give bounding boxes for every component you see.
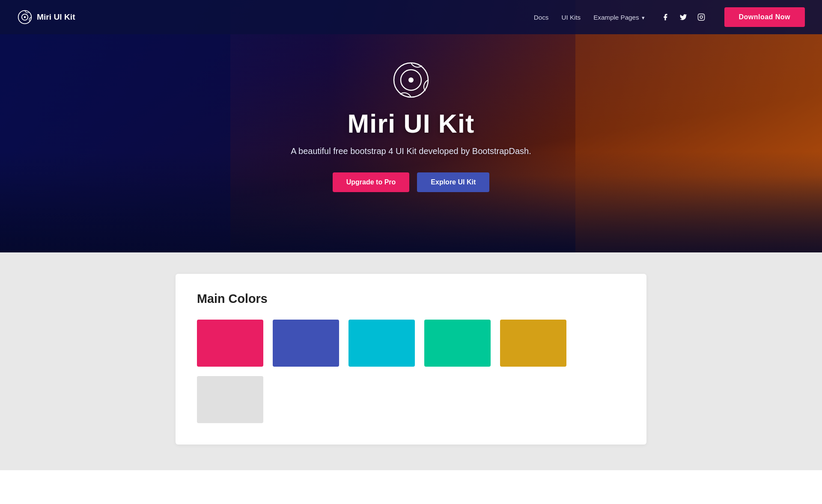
svg-point-4 — [700, 16, 703, 18]
color-swatch-blue — [273, 320, 339, 367]
svg-point-8 — [408, 77, 414, 83]
social-icons — [659, 11, 707, 23]
nav-docs[interactable]: Docs — [534, 14, 549, 21]
nav-example-pages[interactable]: Example Pages — [593, 14, 644, 21]
navbar: Miri UI Kit Docs UI Kits Example Pages — [0, 0, 822, 34]
download-now-button[interactable]: Download Now — [724, 7, 805, 27]
svg-rect-3 — [698, 14, 704, 21]
brand-icon — [17, 9, 33, 25]
color-swatch-red — [197, 320, 263, 367]
svg-point-2 — [24, 16, 26, 18]
colors-section-title: Main Colors — [197, 292, 625, 306]
hero-content: Miri UI Kit A beautiful free bootstrap 4… — [291, 61, 531, 192]
color-swatch-cyan — [348, 320, 415, 367]
upgrade-to-pro-button[interactable]: Upgrade to Pro — [333, 172, 410, 192]
chevron-down-icon — [641, 14, 645, 21]
brand-logo[interactable]: Miri UI Kit — [17, 9, 75, 25]
color-swatch-light — [197, 376, 263, 423]
colors-section: Main Colors — [0, 252, 822, 470]
colors-card: Main Colors — [176, 274, 646, 445]
hero-buttons: Upgrade to Pro Explore UI Kit — [291, 172, 531, 192]
instagram-icon[interactable] — [695, 11, 707, 23]
hero-logo-icon — [291, 61, 531, 101]
color-swatch-teal — [424, 320, 491, 367]
hero-title: Miri UI Kit — [291, 109, 531, 139]
explore-ui-kit-button[interactable]: Explore UI Kit — [417, 172, 489, 192]
nav-links: Docs UI Kits Example Pages — [534, 7, 805, 27]
hero-section: Miri UI Kit A beautiful free bootstrap 4… — [0, 0, 822, 252]
color-swatch-yellow — [500, 320, 566, 367]
twitter-icon[interactable] — [677, 11, 689, 23]
brand-name: Miri UI Kit — [37, 12, 75, 22]
nav-ui-kits[interactable]: UI Kits — [561, 14, 581, 21]
facebook-icon[interactable] — [659, 11, 671, 23]
color-swatches — [197, 320, 625, 423]
svg-point-5 — [703, 15, 703, 16]
hero-subtitle: A beautiful free bootstrap 4 UI Kit deve… — [291, 146, 531, 156]
